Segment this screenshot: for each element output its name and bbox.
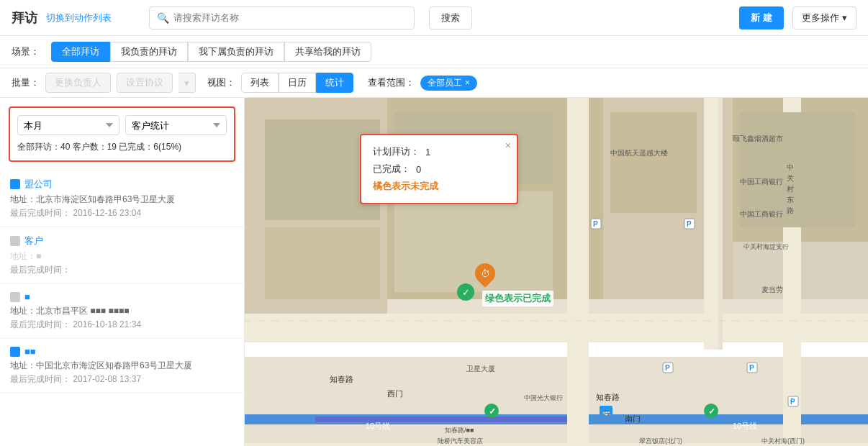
item-address-3: 地址：北京市昌平区 ■■■ ■■■■ [10, 305, 234, 317]
svg-text:知春路/■■: 知春路/■■ [445, 427, 474, 434]
view-tab-group: 列表 日历 统计 [241, 73, 353, 93]
map-area: ✓ ✓ 🚌 知春路 知春路 10号线 10号线 西门 南门 中国航天遥感大楼 颐… [245, 98, 868, 446]
item-time-1: 最后完成时间： 2016-12-16 23:04 [10, 207, 234, 219]
svg-text:🚌: 🚌 [602, 407, 611, 417]
svg-text:P: P [593, 220, 598, 228]
type-select[interactable]: 客户统计 [125, 115, 227, 135]
popup-completed-label: 已完成： [373, 163, 410, 176]
item-name-3: ■ [24, 291, 30, 302]
popup-hint-orange: 橘色表示未完成 [373, 180, 505, 193]
orange-marker[interactable]: ⏱ [475, 263, 495, 283]
customer-icon [10, 236, 20, 246]
svg-text:P: P [790, 398, 795, 406]
header: 拜访 切换到动作列表 🔍 搜索 新 建 更多操作 ▾ [0, 0, 868, 36]
chevron-down-icon: ▾ [842, 12, 847, 23]
green-marker[interactable]: ✓ [457, 283, 474, 301]
item-address-1: 地址：北京市海淀区知春路甲63号卫星大厦 [10, 194, 234, 206]
svg-text:中关村海(西门): 中关村海(西门) [761, 437, 805, 445]
tab-my-visits[interactable]: 我负责的拜访 [110, 42, 188, 62]
svg-text:中国航天遥感大楼: 中国航天遥感大楼 [610, 149, 668, 157]
batch-view-toolbar: 批量： 更换负责人 设置协议 ▾ 视图： 列表 日历 统计 查看范围： 全部员工… [0, 68, 868, 98]
content-area: 本月 客户统计 全部拜访：40 客户数：19 已完成：6(15%) 盟公司 地址… [0, 98, 868, 446]
svg-text:中: 中 [787, 163, 794, 171]
svg-rect-17 [394, 191, 553, 292]
svg-rect-10 [567, 98, 589, 446]
svg-text:关: 关 [787, 174, 794, 182]
item-time-4: 最后完成时间： 2017-02-08 13:37 [10, 373, 234, 386]
more-operations-label: 更多操作 [802, 12, 839, 24]
svg-text:中国工商银行: 中国工商银行 [740, 178, 783, 186]
svg-text:✓: ✓ [708, 406, 715, 417]
item-name-1: 盟公司 [24, 178, 53, 191]
list-item[interactable]: ■■ 地址：中国北京市海淀区知春路甲63号卫星大厦 最后完成时间： 2017-0… [0, 339, 244, 393]
item-address-4: 地址：中国北京市海淀区知春路甲63号卫星大厦 [10, 360, 234, 372]
item-time-2: 最后完成时间： [10, 264, 234, 276]
svg-text:知春路: 知春路 [330, 375, 353, 383]
scene-label: 场景： [12, 45, 40, 58]
left-panel: 本月 客户统计 全部拜访：40 客户数：19 已完成：6(15%) 盟公司 地址… [0, 98, 245, 446]
item-name-2: 客户 [24, 235, 43, 247]
list-item[interactable]: ■ 地址：北京市昌平区 ■■■ ■■■■ 最后完成时间： 2016-10-18 … [0, 284, 244, 339]
svg-text:P: P [749, 364, 754, 372]
svg-text:村: 村 [786, 185, 794, 193]
search-button[interactable]: 搜索 [429, 6, 472, 29]
all-employees-tag: 全部员工 × [420, 76, 477, 91]
page-title: 拜访 [12, 9, 37, 27]
svg-rect-22 [315, 417, 567, 422]
tab-shared-visits[interactable]: 共享给我的拜访 [284, 42, 371, 62]
svg-rect-15 [265, 227, 380, 299]
new-button[interactable]: 新 建 [739, 6, 784, 29]
svg-text:中关村海淀支行: 中关村海淀支行 [743, 243, 789, 250]
list-item[interactable]: 盟公司 地址：北京市海淀区知春路甲63号卫星大厦 最后完成时间： 2016-12… [0, 170, 244, 227]
popup-planned-label: 计划拜访： [373, 145, 420, 158]
svg-text:翠宫饭店(北门): 翠宫饭店(北门) [639, 437, 682, 445]
green-hint-text: 绿色表示已完成 [482, 291, 553, 306]
svg-rect-18 [610, 112, 697, 213]
view-tab-list[interactable]: 列表 [241, 73, 279, 93]
search-input[interactable] [173, 12, 407, 23]
tab-subordinate-visits[interactable]: 我下属负责的拜访 [188, 42, 284, 62]
view-label: 视图： [207, 76, 235, 89]
month-select[interactable]: 本月 [17, 115, 119, 135]
svg-text:10号线: 10号线 [733, 422, 757, 430]
view-tab-stats[interactable]: 统计 [316, 73, 353, 93]
stats-selects: 本月 客户统计 [17, 115, 227, 135]
item-icon-3 [10, 292, 20, 302]
switch-link[interactable]: 切换到动作列表 [46, 12, 112, 24]
view-tab-calendar[interactable]: 日历 [279, 73, 316, 93]
svg-text:中国工商银行: 中国工商银行 [740, 210, 783, 218]
popup-completed-row: 已完成： 0 [373, 163, 505, 176]
popup-completed-value: 0 [416, 164, 421, 175]
tag-close-icon[interactable]: × [465, 78, 470, 88]
svg-rect-6 [245, 314, 868, 342]
svg-rect-12 [718, 98, 723, 350]
all-employees-label: 全部员工 [428, 77, 462, 89]
map-popup: × 计划拜访： 1 已完成： 0 橘色表示未完成 [360, 134, 518, 204]
item-icon-4 [10, 347, 20, 357]
change-owner-button: 更换负责人 [45, 73, 111, 93]
item-time-3: 最后完成时间： 2016-10-18 21:34 [10, 319, 234, 331]
svg-text:P: P [687, 220, 692, 228]
scene-toolbar: 场景： 全部拜访 我负责的拜访 我下属负责的拜访 共享给我的拜访 [0, 36, 868, 68]
search-box: 🔍 [149, 6, 415, 29]
list-item[interactable]: 客户 地址：■ 最后完成时间： [0, 227, 244, 284]
svg-text:P: P [665, 364, 670, 372]
svg-text:东: 东 [787, 196, 794, 204]
range-label: 查看范围： [368, 76, 415, 89]
svg-rect-11 [704, 98, 718, 350]
svg-text:颐飞鑫烟酒超市: 颐飞鑫烟酒超市 [733, 135, 783, 142]
company-icon [10, 179, 20, 189]
svg-text:麦当劳: 麦当劳 [761, 286, 783, 293]
popup-planned-value: 1 [425, 147, 430, 158]
svg-rect-7 [245, 342, 868, 357]
item-address-2: 地址：■ [10, 250, 234, 263]
batch-dropdown-button: ▾ [178, 73, 196, 93]
svg-text:中国光大银行: 中国光大银行 [524, 394, 563, 401]
tab-all-visits[interactable]: 全部拜访 [51, 42, 110, 62]
batch-label: 批量： [12, 76, 40, 89]
svg-text:10号线: 10号线 [366, 422, 390, 430]
stats-box: 本月 客户统计 全部拜访：40 客户数：19 已完成：6(15%) [9, 106, 235, 162]
more-operations-button[interactable]: 更多操作 ▾ [792, 6, 856, 29]
svg-text:知春路: 知春路 [596, 393, 620, 401]
popup-close-button[interactable]: × [505, 140, 511, 151]
